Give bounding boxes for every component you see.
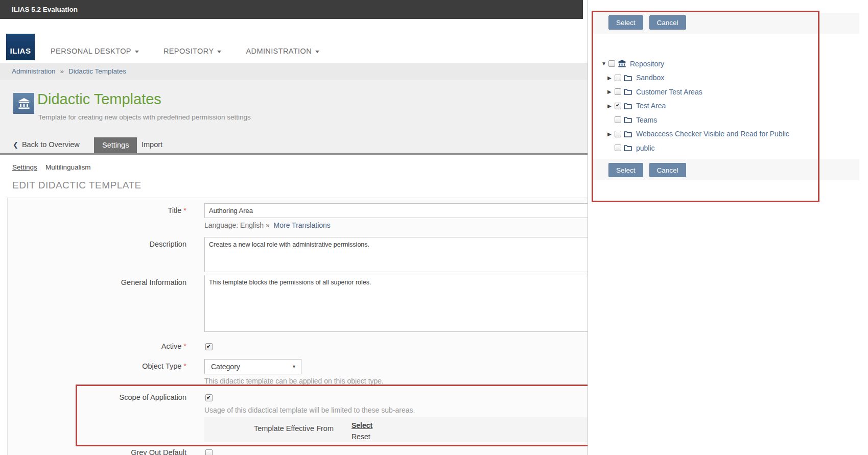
screenshot-root: ILIAS 5.2 Evaluation ILIAS PERSONAL DESK… — [0, 0, 868, 455]
required-asterisk: * — [183, 362, 186, 370]
expand-triangle-icon[interactable]: ▶ — [607, 75, 615, 81]
scope-help: Usage of this didactical template will b… — [204, 406, 415, 414]
folder-icon — [624, 116, 632, 123]
bank-icon — [618, 60, 626, 67]
chevron-down-icon — [217, 51, 221, 53]
more-translations-link[interactable]: More Translations — [274, 221, 331, 229]
template-effective-from-label: Template Effective From — [206, 424, 334, 433]
cancel-button-bottom[interactable]: Cancel — [649, 163, 686, 177]
subtab-settings[interactable]: Settings — [12, 163, 37, 171]
select-button-bottom[interactable]: Select — [608, 163, 643, 177]
required-asterisk: * — [183, 342, 186, 350]
tree-item-label[interactable]: public — [636, 144, 655, 152]
title-label: Title* — [5, 206, 186, 214]
tree-item-row: ▶Webaccess Checker Visible and Read for … — [607, 127, 868, 141]
tree-item-row: ▶Test Area — [607, 99, 868, 113]
chevron-down-icon — [315, 51, 319, 53]
tree-item-label[interactable]: Sandbox — [636, 74, 664, 82]
expand-triangle-icon[interactable]: ▶ — [607, 89, 615, 94]
form-section-title: EDIT DIDACTIC TEMPLATE — [12, 180, 142, 191]
bank-icon — [18, 98, 30, 109]
object-type-help: This didactic template can be applied on… — [204, 377, 384, 385]
main-page: ILIAS 5.2 Evaluation ILIAS PERSONAL DESK… — [0, 0, 588, 455]
main-nav: PERSONAL DESKTOPREPOSITORYADMINISTRATION — [51, 47, 319, 55]
tree-item-label[interactable]: Customer Test Areas — [636, 88, 702, 96]
chevron-down-icon — [135, 51, 139, 53]
tree-item-checkbox[interactable] — [615, 145, 621, 151]
description-textarea[interactable]: Creates a new local role with administra… — [204, 237, 588, 272]
breadcrumb-current[interactable]: Didactic Templates — [68, 67, 126, 75]
template-effective-reset-link[interactable]: Reset — [351, 433, 370, 441]
scope-checkbox[interactable] — [205, 394, 213, 401]
scope-of-application-label: Scope of Application — [5, 393, 186, 401]
top-bar: ILIAS 5.2 Evaluation — [0, 0, 583, 19]
expand-triangle-icon[interactable]: ▶ — [607, 103, 615, 109]
ilias-logo-text: ILIAS — [10, 46, 31, 55]
tree-item-row: Teams — [607, 113, 868, 127]
tree-item-label[interactable]: Test Area — [636, 102, 666, 110]
tree-item-checkbox[interactable] — [615, 131, 621, 137]
tree-item-row: ▶Customer Test Areas — [607, 85, 868, 99]
tree-item-row: ▼Repository — [601, 57, 868, 71]
object-type-select[interactable]: Category ▼ — [204, 359, 301, 374]
grey-out-default-label: Grey Out Default — [5, 448, 186, 455]
tree-item-checkbox[interactable] — [615, 103, 621, 109]
tree-item-label[interactable]: Teams — [636, 116, 657, 124]
tree-item-checkbox[interactable] — [608, 60, 615, 67]
general-information-label: General Information — [5, 278, 186, 286]
tree-item-checkbox[interactable] — [615, 75, 621, 81]
page-title: Didactic Templates — [37, 91, 161, 108]
general-information-textarea[interactable]: This template blocks the permissions of … — [204, 275, 588, 332]
nav-item-personal-desktop[interactable]: PERSONAL DESKTOP — [51, 47, 139, 55]
title-input[interactable] — [204, 203, 588, 218]
tab-settings[interactable]: Settings — [94, 137, 137, 153]
chevron-left-icon: ❮ — [13, 141, 18, 149]
language-line: Language: English » More Translations — [204, 221, 331, 229]
breadcrumb: Administration»Didactic Templates — [0, 63, 588, 80]
repository-tree: ▼Repository▶Sandbox▶Customer Test Areas▶… — [588, 57, 868, 155]
active-label: Active* — [5, 342, 186, 350]
required-asterisk: * — [183, 206, 186, 214]
folder-icon — [624, 88, 632, 95]
template-effective-select-link[interactable]: Select — [351, 421, 372, 429]
breadcrumb-administration[interactable]: Administration — [12, 67, 56, 75]
breadcrumb-separator: » — [60, 67, 64, 75]
tree-item-label[interactable]: Repository — [630, 60, 664, 68]
tree-item-label[interactable]: Webaccess Checker Visible and Read for P… — [636, 130, 789, 138]
folder-icon — [624, 75, 632, 81]
cancel-button-top[interactable]: Cancel — [649, 15, 686, 30]
grey-out-default-checkbox[interactable] — [205, 449, 213, 455]
description-label: Description — [5, 240, 186, 248]
didactic-templates-icon — [13, 93, 34, 114]
tab-underline — [0, 153, 588, 155]
page-header: Didactic Templates Template for creating… — [0, 80, 588, 155]
repository-selector-overlay: Select Cancel ▼Repository▶Sandbox▶Custom… — [588, 0, 868, 455]
object-type-label: Object Type* — [5, 362, 186, 370]
chevron-down-icon: ▼ — [292, 364, 296, 369]
collapse-triangle-icon[interactable]: ▼ — [601, 61, 608, 66]
app-title: ILIAS 5.2 Evaluation — [12, 0, 78, 19]
active-checkbox[interactable] — [205, 343, 213, 350]
ilias-logo[interactable]: ILIAS — [6, 34, 35, 60]
folder-icon — [624, 145, 632, 151]
tree-item-checkbox[interactable] — [615, 88, 621, 95]
nav-item-label: REPOSITORY — [163, 47, 214, 55]
expand-triangle-icon[interactable]: ▶ — [607, 131, 615, 137]
nav-item-label: PERSONAL DESKTOP — [51, 47, 131, 55]
nav-item-administration[interactable]: ADMINISTRATION — [246, 47, 319, 55]
object-type-value: Category — [211, 360, 240, 374]
nav-item-repository[interactable]: REPOSITORY — [163, 47, 222, 55]
language-prefix: Language: English » — [204, 221, 270, 229]
folder-icon — [624, 131, 632, 137]
tab-back-to-overview[interactable]: ❮Back to Overview — [13, 140, 80, 149]
subtab-multilingualism[interactable]: Multilingualism — [45, 163, 91, 171]
select-button-top[interactable]: Select — [608, 15, 643, 30]
tab-import[interactable]: Import — [142, 140, 162, 149]
tree-item-row: public — [607, 141, 868, 155]
tree-item-checkbox[interactable] — [615, 116, 621, 123]
folder-icon — [624, 103, 632, 109]
page-subtitle: Template for creating new objects with p… — [38, 113, 251, 121]
nav-item-label: ADMINISTRATION — [246, 47, 312, 55]
tree-item-row: ▶Sandbox — [607, 71, 868, 85]
